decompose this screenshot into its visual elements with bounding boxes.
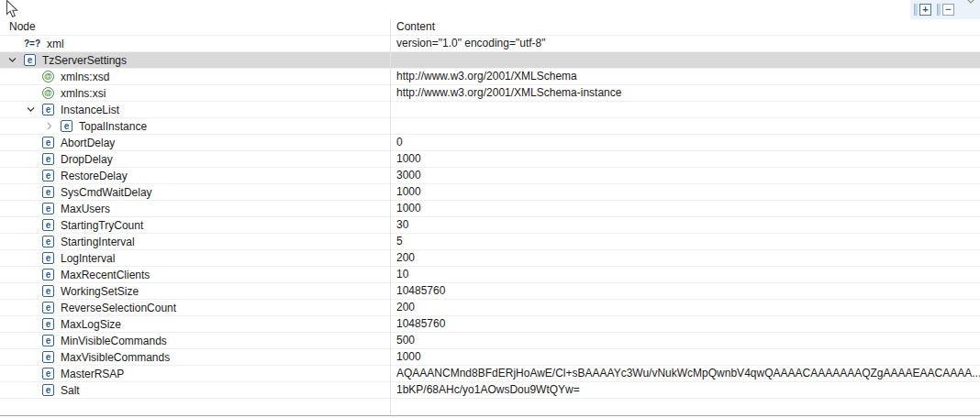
toolbar-button-group: + −: [910, 0, 980, 19]
xml-declaration-icon: ?=?: [24, 36, 40, 51]
chevron-spacer: [24, 151, 42, 167]
content-value: 1000: [390, 184, 980, 200]
node-label: InstanceList: [61, 104, 119, 116]
element-icon: e: [42, 236, 54, 248]
tree-row[interactable]: eTopalInstance: [0, 118, 980, 135]
node-cell: eStartingTryCount: [0, 217, 390, 233]
chevron-spacer: [24, 316, 42, 332]
chevron-spacer: [24, 217, 42, 233]
node-cell: eTzServerSettings: [0, 52, 390, 68]
content-column-header[interactable]: Content: [390, 19, 980, 35]
element-icon: e: [42, 186, 54, 198]
node-label: DropDelay: [61, 153, 113, 166]
tree-row[interactable]: eLogInterval200: [0, 250, 980, 267]
tree-row[interactable]: eMaxRecentClients10: [0, 267, 980, 283]
toolbar: + −: [0, 0, 980, 19]
content-value: 200: [390, 250, 980, 266]
node-cell: eMinVisibleCommands: [0, 333, 390, 348]
node-label: MaxVisibleCommands: [61, 351, 170, 364]
collapse-all-bar-icon: [937, 4, 941, 16]
tree-row[interactable]: eReverseSelectionCount200: [0, 300, 980, 316]
element-icon: e: [42, 104, 54, 116]
tree-row[interactable]: eSysCmdWaitDelay1000: [0, 184, 980, 201]
tree-row[interactable]: eInstanceList: [0, 102, 980, 118]
content-value: 10: [390, 267, 980, 282]
collapse-all-button[interactable]: −: [937, 3, 954, 16]
tree-row[interactable]: eStartingInterval5: [0, 234, 980, 250]
element-icon: e: [42, 285, 54, 297]
node-cell: eSysCmdWaitDelay: [0, 184, 390, 200]
tree-row[interactable]: eDropDelay1000: [0, 151, 980, 168]
node-label: StartingTryCount: [61, 219, 143, 232]
node-label: xml: [47, 38, 64, 50]
chevron-collapsed-icon[interactable]: [42, 118, 61, 134]
tree-row[interactable]: eTzServerSettings: [0, 52, 980, 69]
node-cell: @xmlns:xsi: [0, 85, 390, 101]
node-cell: @xmlns:xsd: [0, 69, 390, 84]
element-icon: e: [42, 203, 54, 214]
node-label: WorkingSetSize: [61, 285, 139, 298]
content-value: 200: [390, 300, 980, 315]
node-cell: eTopalInstance: [0, 118, 390, 134]
node-label: MasterRSAP: [61, 368, 124, 380]
tree-row[interactable]: @xmlns:xsdhttp://www.w3.org/2001/XMLSche…: [0, 69, 980, 85]
content-value: 10485760: [390, 316, 980, 332]
grid-header: Node Content: [0, 19, 980, 36]
element-icon: e: [42, 335, 54, 346]
tree-row[interactable]: eSalt1bKP/68AHc/yo1AOwsDou9WtQYw=: [0, 382, 980, 399]
tree-row[interactable]: eRestoreDelay3000: [0, 168, 980, 184]
attribute-icon: @: [42, 71, 54, 82]
chevron-spacer: [24, 85, 42, 101]
tree-row[interactable]: eMaxLogSize10485760: [0, 316, 980, 333]
column-separator[interactable]: [390, 19, 391, 415]
chevron-expanded-icon[interactable]: [6, 52, 24, 68]
content-value: AQAAANCMnd8BFdERjHoAwE/Cl+sBAAAAYc3Wu/vN…: [390, 366, 980, 381]
node-label: Salt: [61, 384, 80, 397]
tree-row[interactable]: @xmlns:xsihttp://www.w3.org/2001/XMLSche…: [0, 85, 980, 102]
content-value: 0: [390, 135, 980, 150]
node-cell: eAbortDelay: [0, 135, 390, 150]
tree-row[interactable]: eMinVisibleCommands500: [0, 333, 980, 349]
chevron-spacer: [24, 267, 42, 282]
chevron-expanded-icon[interactable]: [24, 102, 42, 117]
element-icon: e: [61, 120, 72, 132]
tree-row[interactable]: eMaxVisibleCommands1000: [0, 349, 980, 366]
chevron-spacer: [24, 69, 42, 84]
chevron-spacer: [24, 333, 42, 348]
node-cell: eLogInterval: [0, 250, 390, 266]
content-value: 1bKP/68AHc/yo1AOwsDou9WtQYw=: [390, 382, 980, 398]
tree-row[interactable]: eMasterRSAPAQAAANCMnd8BFdERjHoAwE/Cl+sBA…: [0, 366, 980, 382]
node-cell: eWorkingSetSize: [0, 283, 390, 299]
tree-row[interactable]: eAbortDelay0: [0, 135, 980, 151]
content-value: 5: [390, 234, 980, 249]
chevron-spacer: [24, 283, 42, 299]
element-icon: e: [42, 384, 54, 396]
xml-grid: Node Content ?=?xmlversion="1.0" encodin…: [0, 19, 980, 418]
expand-all-button[interactable]: +: [914, 3, 931, 16]
element-icon: e: [42, 269, 54, 280]
plus-icon: +: [919, 4, 931, 16]
node-cell: eMaxVisibleCommands: [0, 349, 390, 365]
element-icon: e: [42, 219, 54, 231]
node-label: RestoreDelay: [61, 170, 128, 182]
panel-chevron-down-icon[interactable]: [966, 0, 975, 5]
tree-row[interactable]: eStartingTryCount30: [0, 217, 980, 234]
content-value: 30: [390, 217, 980, 233]
content-value: [390, 118, 980, 134]
grid-bottom-border: [0, 415, 980, 416]
node-label: xmlns:xsi: [61, 87, 106, 100]
chevron-spacer: [24, 300, 42, 315]
content-value: 1000: [390, 151, 980, 167]
chevron-spacer: [6, 36, 24, 51]
tree-row[interactable]: eMaxUsers1000: [0, 201, 980, 217]
node-column-header[interactable]: Node: [0, 19, 390, 35]
element-icon: e: [42, 318, 54, 330]
content-value: 1000: [390, 349, 980, 365]
node-label: ReverseSelectionCount: [61, 302, 176, 314]
node-cell: eReverseSelectionCount: [0, 300, 390, 315]
chevron-spacer: [24, 382, 42, 398]
tree-row[interactable]: ?=?xmlversion="1.0" encoding="utf-8": [0, 36, 980, 52]
tree-row[interactable]: eWorkingSetSize10485760: [0, 283, 980, 300]
node-label: MaxRecentClients: [61, 269, 150, 281]
content-value: 500: [390, 333, 980, 348]
